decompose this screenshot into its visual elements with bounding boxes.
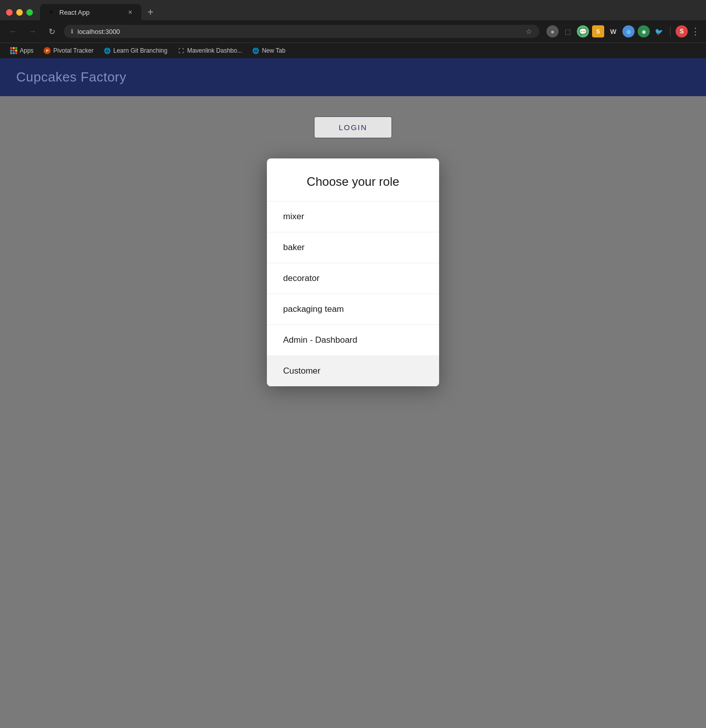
bookmark-pivotal-label: Pivotal Tracker (53, 47, 93, 54)
role-item-mixer[interactable]: mixer (267, 201, 439, 232)
svg-rect-2 (15, 47, 17, 49)
svg-rect-5 (15, 50, 17, 52)
login-button[interactable]: LOGIN (314, 116, 393, 138)
bookmark-mavenlink-label: Mavenlink Dashbo... (187, 47, 242, 54)
git-branching-icon: 🌐 (104, 47, 111, 54)
tab-close-button[interactable]: × (126, 8, 134, 16)
app-header: Cupcakes Factory (0, 58, 706, 96)
apps-grid-icon (10, 47, 17, 54)
forward-button[interactable]: → (25, 24, 40, 38)
svg-rect-4 (13, 50, 15, 52)
url-bar[interactable]: ℹ localhost:3000 ☆ (64, 25, 539, 38)
bookmark-newtab[interactable]: 🌐 New Tab (248, 46, 289, 56)
svg-rect-8 (15, 52, 17, 54)
role-item-customer[interactable]: Customer (267, 356, 439, 386)
role-item-packaging-team[interactable]: packaging team (267, 294, 439, 325)
extension-icon-3[interactable]: 💬 (577, 25, 589, 37)
bookmark-newtab-label: New Tab (262, 47, 285, 54)
close-window-button[interactable] (6, 9, 13, 16)
mavenlink-icon: ⛶ (177, 47, 184, 54)
extension-icon-1[interactable]: ● (546, 25, 559, 37)
role-selection-modal: Choose your role mixer baker decorator p… (267, 158, 439, 386)
address-bar: ← → ↻ ℹ localhost:3000 ☆ ● ⬚ 💬 S W ◎ ◉ 🐦… (0, 20, 706, 43)
svg-rect-6 (10, 52, 12, 54)
svg-rect-3 (10, 50, 12, 52)
svg-rect-0 (10, 47, 12, 49)
extension-icon-5[interactable]: W (607, 25, 619, 37)
extension-icon-8[interactable]: 🐦 (653, 25, 665, 37)
url-text: localhost:3000 (77, 28, 522, 35)
extension-icon-7[interactable]: ◉ (638, 25, 650, 37)
tab-title: React App (59, 9, 122, 16)
app-title: Cupcakes Factory (16, 69, 690, 85)
pivotal-tracker-icon: P (44, 47, 51, 54)
new-tab-button[interactable]: + (143, 5, 158, 19)
reload-button[interactable]: ↻ (45, 24, 59, 38)
bookmark-apps[interactable]: Apps (6, 46, 37, 56)
user-avatar-icon[interactable]: S (676, 25, 688, 37)
back-button[interactable]: ← (6, 24, 20, 38)
maximize-window-button[interactable] (26, 9, 33, 16)
browser-menu-button[interactable]: ⋮ (691, 26, 700, 37)
tab-bar: ⚛ React App × + (40, 4, 700, 20)
extension-icon-4[interactable]: S (592, 25, 604, 37)
role-item-admin-dashboard[interactable]: Admin - Dashboard (267, 325, 439, 356)
bookmarks-bar: Apps P Pivotal Tracker 🌐 Learn Git Branc… (0, 43, 706, 58)
toolbar-divider (670, 26, 671, 36)
extension-icon-2[interactable]: ⬚ (562, 25, 574, 37)
app-content: Cupcakes Factory LOGIN Choose your role … (0, 58, 706, 720)
role-item-baker[interactable]: baker (267, 232, 439, 263)
tab-favicon: ⚛ (47, 8, 55, 16)
login-button-wrapper: LOGIN (314, 116, 393, 138)
extension-icon-6[interactable]: ◎ (622, 25, 635, 37)
role-item-decorator[interactable]: decorator (267, 263, 439, 294)
minimize-window-button[interactable] (16, 9, 23, 16)
svg-rect-1 (13, 47, 15, 49)
traffic-lights (6, 9, 33, 16)
bookmark-git-label: Learn Git Branching (113, 47, 168, 54)
svg-rect-7 (13, 52, 15, 54)
security-lock-icon: ℹ (71, 28, 73, 35)
bookmark-mavenlink[interactable]: ⛶ Mavenlink Dashbo... (173, 46, 246, 56)
role-list: mixer baker decorator packaging team Adm… (267, 201, 439, 386)
bookmark-apps-label: Apps (20, 47, 33, 54)
modal-title: Choose your role (267, 158, 439, 201)
active-tab[interactable]: ⚛ React App × (40, 4, 141, 20)
bookmark-pivotal[interactable]: P Pivotal Tracker (40, 46, 97, 56)
bookmark-star-icon[interactable]: ☆ (526, 27, 532, 35)
app-body: LOGIN Choose your role mixer baker decor… (0, 96, 706, 720)
browser-extension-icons: ● ⬚ 💬 S W ◎ ◉ 🐦 S ⋮ (546, 25, 700, 37)
bookmark-git[interactable]: 🌐 Learn Git Branching (100, 46, 172, 56)
newtab-icon: 🌐 (252, 47, 259, 54)
title-bar: ⚛ React App × + (0, 0, 706, 20)
browser-chrome: ⚛ React App × + ← → ↻ ℹ localhost:3000 ☆… (0, 0, 706, 58)
